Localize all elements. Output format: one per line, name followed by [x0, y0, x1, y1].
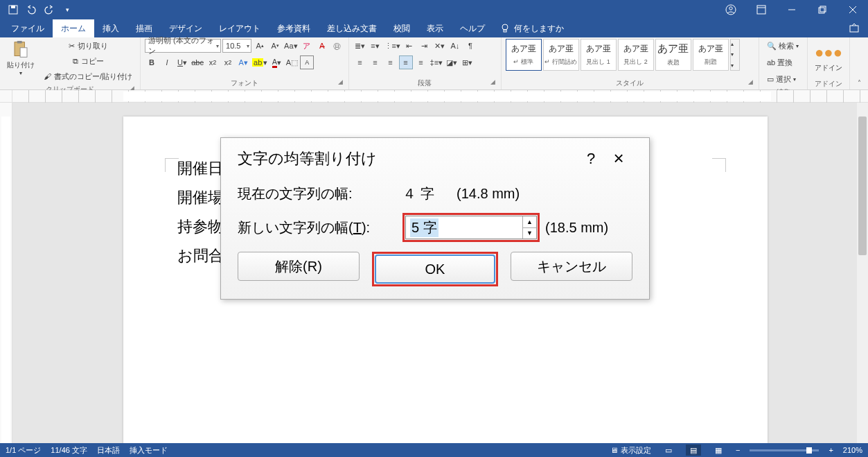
- grow-font-button[interactable]: A▴: [253, 39, 267, 53]
- zoom-slider[interactable]: [750, 449, 819, 451]
- replace-button[interactable]: ab置換: [763, 55, 796, 69]
- zoom-slider-thumb[interactable]: [806, 447, 812, 454]
- vertical-ruler[interactable]: [0, 103, 12, 443]
- align-right-button[interactable]: ≡: [384, 55, 398, 69]
- tab-insert[interactable]: 挿入: [94, 19, 127, 37]
- shading-button[interactable]: ◪▾: [445, 55, 459, 69]
- spinner-down[interactable]: ▼: [523, 228, 536, 239]
- new-width-spinner[interactable]: 5 字 ▲ ▼: [405, 216, 537, 239]
- redo-icon[interactable]: [40, 0, 58, 19]
- minimize-button[interactable]: [777, 0, 807, 19]
- multilevel-button[interactable]: ⋮≡▾: [384, 39, 401, 53]
- zoom-in-button[interactable]: +: [829, 446, 833, 454]
- enclose-char-button[interactable]: ㊐: [330, 39, 344, 53]
- font-name-combo[interactable]: 游明朝 (本文のフォン▾: [145, 39, 221, 53]
- highlight-button[interactable]: ab▾: [251, 55, 268, 69]
- format-painter-button[interactable]: 🖌書式のコピー/貼り付け: [40, 69, 136, 83]
- tab-view[interactable]: 表示: [418, 19, 452, 37]
- font-dialog-launcher[interactable]: ◢: [338, 78, 343, 85]
- char-shading-button[interactable]: A⬚: [285, 55, 299, 69]
- style-nospacing[interactable]: あア亜↵ 行間詰め: [543, 39, 579, 71]
- copy-button[interactable]: ⧉コピー: [40, 54, 136, 68]
- vertical-scrollbar[interactable]: [857, 103, 868, 443]
- font-size-combo[interactable]: 10.5▾: [222, 39, 251, 53]
- display-settings-button[interactable]: 🖥表示設定: [610, 445, 651, 456]
- print-layout-button[interactable]: ▤: [686, 445, 701, 456]
- increase-indent-button[interactable]: ⇥: [418, 39, 432, 53]
- superscript-button[interactable]: x2: [221, 55, 235, 69]
- line-spacing-button[interactable]: ‡≡▾: [429, 55, 444, 69]
- styles-scrollbar[interactable]: ▴▾▾: [730, 39, 740, 71]
- align-center-button[interactable]: ≡: [369, 55, 382, 69]
- account-icon[interactable]: [716, 0, 746, 19]
- text-effects-button[interactable]: A▾: [236, 55, 250, 69]
- style-heading1[interactable]: あア亜見出し 1: [581, 39, 617, 71]
- paragraph-dialog-launcher[interactable]: ◢: [490, 78, 495, 85]
- close-button[interactable]: [838, 0, 868, 19]
- tab-mailings[interactable]: 差し込み文書: [319, 19, 385, 37]
- status-insert-mode[interactable]: 挿入モード: [130, 445, 168, 456]
- status-language[interactable]: 日本語: [97, 445, 120, 456]
- style-normal[interactable]: あア亜↵ 標準: [506, 39, 542, 71]
- collapse-ribbon-icon[interactable]: ˄: [858, 79, 861, 87]
- italic-button[interactable]: I: [160, 55, 174, 69]
- style-heading2[interactable]: あア亜見出し 2: [618, 39, 654, 71]
- tell-me[interactable]: 何をしますか: [493, 19, 571, 37]
- status-page[interactable]: 1/1 ページ: [6, 445, 41, 456]
- zoom-out-button[interactable]: −: [736, 446, 740, 454]
- save-icon[interactable]: [4, 0, 22, 19]
- tab-file[interactable]: ファイル: [3, 19, 53, 37]
- styles-dialog-launcher[interactable]: ◢: [748, 78, 753, 85]
- shrink-font-button[interactable]: A▾: [268, 39, 282, 53]
- horizontal-ruler[interactable]: [0, 90, 868, 103]
- asian-layout-button[interactable]: ✕▾: [433, 39, 447, 53]
- decrease-indent-button[interactable]: ⇤: [402, 39, 416, 53]
- tab-help[interactable]: ヘルプ: [452, 19, 493, 37]
- align-left-button[interactable]: ≡: [353, 55, 367, 69]
- addins-button[interactable]: ●●● アドイン: [812, 39, 845, 78]
- share-button[interactable]: [840, 19, 868, 37]
- select-button[interactable]: ▭選択▾: [763, 72, 799, 86]
- distribute-button[interactable]: ≡: [414, 55, 428, 69]
- spinner-up[interactable]: ▲: [523, 216, 536, 228]
- focus-mode-button[interactable]: ▭: [661, 445, 676, 456]
- style-subtitle[interactable]: あア亜副題: [693, 39, 729, 71]
- bold-button[interactable]: B: [145, 55, 159, 69]
- scrollbar-thumb[interactable]: [858, 117, 867, 255]
- maximize-button[interactable]: [807, 0, 838, 19]
- new-width-input[interactable]: 5 字: [406, 216, 522, 239]
- style-title[interactable]: あア亜表題: [655, 39, 691, 71]
- undo-icon[interactable]: [22, 0, 40, 19]
- borders-button[interactable]: ⊞▾: [460, 55, 474, 69]
- sort-button[interactable]: A↓: [448, 39, 462, 53]
- tab-review[interactable]: 校閲: [385, 19, 418, 37]
- dialog-help-button[interactable]: ?: [577, 150, 605, 168]
- ribbon-display-icon[interactable]: [746, 0, 777, 19]
- tab-references[interactable]: 参考資料: [269, 19, 319, 37]
- remove-button[interactable]: 解除(R): [238, 252, 360, 281]
- find-button[interactable]: 🔍検索▾: [763, 39, 802, 53]
- paste-button[interactable]: 貼り付け ▾: [4, 39, 37, 78]
- font-color-button[interactable]: A▾: [269, 55, 283, 69]
- clear-format-button[interactable]: A̶: [315, 39, 329, 53]
- zoom-level[interactable]: 210%: [843, 446, 862, 454]
- phonetic-guide-button[interactable]: ア: [300, 39, 314, 53]
- web-layout-button[interactable]: ▦: [711, 445, 726, 456]
- subscript-button[interactable]: x2: [206, 55, 220, 69]
- underline-button[interactable]: U▾: [175, 55, 189, 69]
- tab-home[interactable]: ホーム: [53, 19, 94, 37]
- justify-button[interactable]: ≡: [399, 55, 413, 69]
- status-words[interactable]: 11/46 文字: [51, 445, 87, 456]
- show-marks-button[interactable]: ¶: [463, 39, 477, 53]
- strike-button[interactable]: abc: [191, 55, 204, 69]
- char-border-button[interactable]: A: [300, 55, 314, 69]
- ok-button[interactable]: OK: [375, 255, 495, 284]
- cancel-button[interactable]: キャンセル: [511, 252, 632, 281]
- bullets-button[interactable]: ≣▾: [353, 39, 367, 53]
- numbering-button[interactable]: ≡▾: [369, 39, 382, 53]
- dialog-close-button[interactable]: ×: [605, 148, 632, 169]
- change-case-button[interactable]: Aa▾: [283, 39, 298, 53]
- cut-button[interactable]: ✂切り取り: [40, 39, 136, 53]
- tab-layout[interactable]: レイアウト: [211, 19, 269, 37]
- qat-customize-icon[interactable]: ▾: [58, 0, 76, 19]
